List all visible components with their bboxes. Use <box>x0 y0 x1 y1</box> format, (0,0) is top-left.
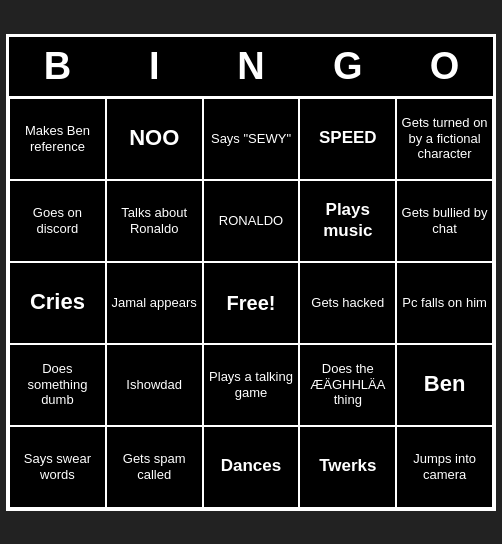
cell-13[interactable]: Gets hacked <box>299 262 396 344</box>
cell-7[interactable]: RONALDO <box>203 180 300 262</box>
cell-3[interactable]: SPEED <box>299 98 396 180</box>
cell-11[interactable]: Jamal appears <box>106 262 203 344</box>
cell-14[interactable]: Pc falls on him <box>396 262 493 344</box>
bingo-header: B I N G O <box>9 37 493 96</box>
cell-2[interactable]: Says "SEWY" <box>203 98 300 180</box>
letter-i: I <box>106 45 203 88</box>
bingo-card: B I N G O Makes Ben referenceNOOSays "SE… <box>6 34 496 511</box>
cell-6[interactable]: Talks about Ronaldo <box>106 180 203 262</box>
letter-n: N <box>203 45 300 88</box>
cell-16[interactable]: Ishowdad <box>106 344 203 426</box>
cell-23[interactable]: Twerks <box>299 426 396 508</box>
cell-0[interactable]: Makes Ben reference <box>9 98 106 180</box>
cell-4[interactable]: Gets turned on by a fictional character <box>396 98 493 180</box>
letter-b: B <box>9 45 106 88</box>
cell-5[interactable]: Goes on discord <box>9 180 106 262</box>
cell-24[interactable]: Jumps into camera <box>396 426 493 508</box>
cell-12[interactable]: Free! <box>203 262 300 344</box>
cell-21[interactable]: Gets spam called <box>106 426 203 508</box>
cell-17[interactable]: Plays a talking game <box>203 344 300 426</box>
cell-1[interactable]: NOO <box>106 98 203 180</box>
cell-22[interactable]: Dances <box>203 426 300 508</box>
cell-8[interactable]: Plays music <box>299 180 396 262</box>
bingo-grid: Makes Ben referenceNOOSays "SEWY"SPEEDGe… <box>9 96 493 508</box>
cell-10[interactable]: Cries <box>9 262 106 344</box>
cell-20[interactable]: Says swear words <box>9 426 106 508</box>
cell-18[interactable]: Does the ÆÄGHHLÄA thing <box>299 344 396 426</box>
cell-19[interactable]: Ben <box>396 344 493 426</box>
cell-15[interactable]: Does something dumb <box>9 344 106 426</box>
letter-o: O <box>396 45 493 88</box>
cell-9[interactable]: Gets bullied by chat <box>396 180 493 262</box>
letter-g: G <box>299 45 396 88</box>
